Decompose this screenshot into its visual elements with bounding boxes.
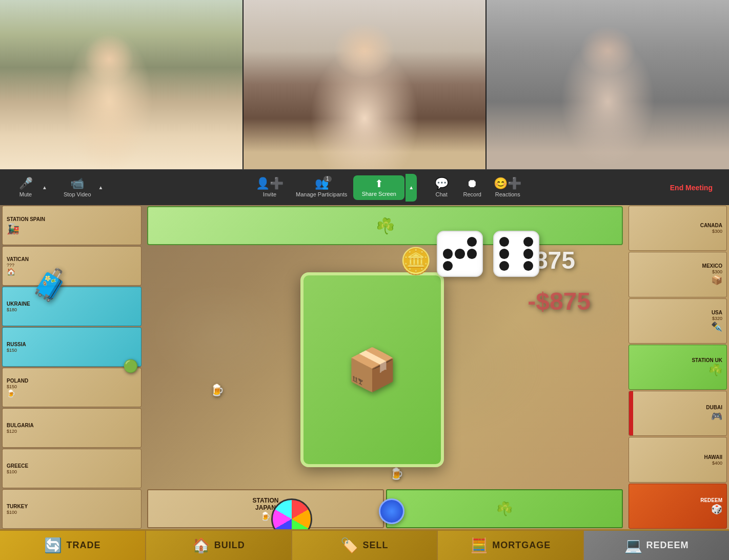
chat-icon: 💬 bbox=[435, 178, 449, 189]
stop-video-label: Stop Video bbox=[64, 191, 91, 197]
share-screen-icon: ⬆ bbox=[375, 178, 383, 189]
participant-3-video: 😐 bbox=[487, 0, 729, 169]
invite-label: Invite bbox=[263, 191, 276, 197]
microphone-icon: 🎤 bbox=[19, 178, 33, 189]
share-chevron[interactable]: ▲ bbox=[406, 174, 417, 202]
build-label: BUILD bbox=[214, 540, 245, 551]
invite-button[interactable]: 👤➕ Invite bbox=[250, 174, 290, 202]
bottom-shamrock: ☘️ bbox=[386, 489, 623, 528]
prop-poland: POLAND $150 🍺 bbox=[2, 368, 141, 407]
participant-1-video: 🤔 bbox=[0, 0, 242, 169]
record-button[interactable]: ⏺ Record bbox=[457, 174, 488, 202]
video-tile-2: 😊 bbox=[242, 0, 486, 169]
redeem-icon: 💻 bbox=[624, 537, 642, 554]
die-2 bbox=[493, 231, 539, 277]
record-icon: ⏺ bbox=[467, 178, 478, 189]
prop-turkey: TURKEY $100 bbox=[2, 489, 141, 529]
game-action-toolbar: 🔄 TRADE 🏠 BUILD 🏷️ SELL 🧮 MORTGAGE 💻 RED… bbox=[0, 529, 729, 560]
chat-label: Chat bbox=[436, 191, 448, 197]
participant-count-badge: 1 bbox=[323, 176, 332, 182]
end-meeting-button[interactable]: End Meeting bbox=[664, 181, 719, 195]
video-tile-1: 🤔 bbox=[0, 0, 242, 169]
video-chevron[interactable]: ▲ bbox=[97, 174, 105, 202]
beer-token-2: 🍺 bbox=[390, 467, 403, 481]
die-1 bbox=[437, 231, 483, 277]
prop-redeem-right: REDEEM 🎲 bbox=[629, 484, 727, 529]
camera-icon: 📹 bbox=[70, 178, 84, 189]
treasure-card: 📦 bbox=[300, 272, 444, 467]
mortgage-icon: 🧮 bbox=[470, 537, 488, 554]
video-grid: 🤔 😊 😐 bbox=[0, 0, 729, 169]
prop-usa: USA $320 ✒️ bbox=[629, 298, 727, 344]
prop-mexico: MEXICO $300 📦 bbox=[629, 252, 727, 297]
prop-vatican: VATICAN ??? 🏠 bbox=[2, 246, 141, 286]
reactions-label: Reactions bbox=[495, 191, 520, 197]
meeting-toolbar: 🎤 Mute ▲ 📹 Stop Video ▲ 👤➕ Invite 👥 1 Ma… bbox=[0, 169, 729, 205]
prop-dubai: DUBAI 🎮 bbox=[629, 391, 727, 436]
money-loss-indicator: -$875 bbox=[528, 287, 591, 315]
coin-stack: 🪙 bbox=[400, 246, 432, 276]
build-icon: 🏠 bbox=[192, 537, 210, 554]
reactions-button[interactable]: 😊➕ Reactions bbox=[488, 174, 528, 202]
prop-bulgaria: BULGARIA $120 bbox=[2, 408, 141, 448]
manage-participants-button[interactable]: 👥 1 Manage Participants bbox=[290, 174, 353, 202]
toolbar-center: 👤➕ Invite 👥 1 Manage Participants ⬆ Shar… bbox=[250, 174, 528, 202]
beer-token-1: 🍺 bbox=[210, 384, 224, 397]
spinner bbox=[271, 498, 312, 529]
mute-label: Mute bbox=[19, 191, 32, 197]
stop-video-button[interactable]: 📹 Stop Video bbox=[57, 174, 97, 202]
prop-russia: RUSSIA $150 bbox=[2, 327, 141, 367]
trade-label: TRADE bbox=[66, 540, 100, 551]
sell-icon: 🏷️ bbox=[340, 537, 358, 554]
board-game-area: STATION SPAIN 🚂 VATICAN ??? 🏠 UKRAINE $1… bbox=[0, 205, 729, 529]
build-action[interactable]: 🏠 BUILD bbox=[146, 531, 292, 560]
right-properties: CANADA $300 MEXICO $300 📦 USA $320 ✒️ ST… bbox=[626, 205, 729, 529]
sell-label: SELL bbox=[362, 540, 388, 551]
treasure-icon: 📦 bbox=[347, 346, 398, 394]
mute-button[interactable]: 🎤 Mute bbox=[10, 174, 41, 202]
mortgage-action[interactable]: 🧮 MORTGAGE bbox=[438, 531, 584, 560]
prop-ukraine: UKRAINE $180 bbox=[2, 287, 141, 326]
left-properties: STATION SPAIN 🚂 VATICAN ??? 🏠 UKRAINE $1… bbox=[0, 205, 144, 529]
share-screen-label: Share Screen bbox=[362, 191, 396, 197]
prop-greece: GREECE $100 bbox=[2, 449, 141, 488]
video-tile-3: 😐 bbox=[485, 0, 729, 169]
prop-station-uk: STATION UK ☘️ bbox=[629, 345, 727, 390]
participant-2-video: 😊 bbox=[244, 0, 486, 169]
trade-action[interactable]: 🔄 TRADE bbox=[0, 531, 146, 560]
mortgage-label: MORTGAGE bbox=[492, 540, 551, 551]
toolbar-right: End Meeting bbox=[664, 181, 719, 195]
share-screen-button[interactable]: ⬆ Share Screen bbox=[353, 175, 404, 200]
manage-participants-label: Manage Participants bbox=[296, 191, 347, 197]
trade-icon: 🔄 bbox=[44, 537, 62, 554]
mute-chevron[interactable]: ▲ bbox=[41, 174, 48, 202]
chat-button[interactable]: 💬 Chat bbox=[426, 174, 457, 202]
redeem-action[interactable]: 💻 REDEEM bbox=[584, 531, 729, 560]
participants-icon: 👥 1 bbox=[315, 178, 329, 189]
station-spain: STATION SPAIN 🚂 bbox=[2, 206, 141, 245]
prop-canada: CANADA $300 bbox=[629, 206, 727, 251]
prop-hawaii: HAWAII $400 bbox=[629, 437, 727, 482]
dice-container bbox=[437, 231, 539, 277]
suitcase-token: 🧳 bbox=[31, 267, 69, 303]
record-label: Record bbox=[463, 191, 481, 197]
station-japan: STATION JAPAN 🍺 bbox=[147, 489, 384, 528]
sell-action[interactable]: 🏷️ SELL bbox=[292, 531, 438, 560]
spinner-circle bbox=[271, 498, 312, 529]
reactions-icon: 😊➕ bbox=[494, 178, 521, 189]
toolbar-left: 🎤 Mute ▲ 📹 Stop Video ▲ bbox=[10, 174, 113, 202]
invite-icon: 👤➕ bbox=[256, 178, 284, 189]
redeem-label: REDEEM bbox=[646, 540, 689, 551]
